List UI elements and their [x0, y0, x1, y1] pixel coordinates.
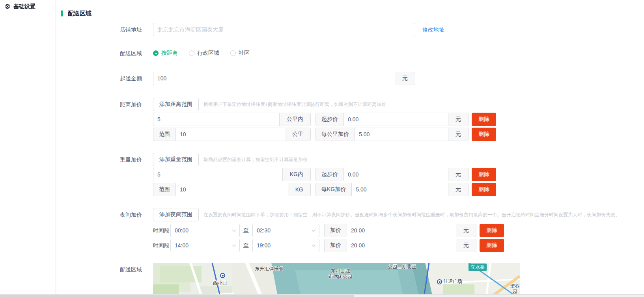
weight-surcharge-label: 重量加价: [56, 153, 153, 166]
weight-hint: 取商品设置的重量计算，如留空则不计算重量加价: [203, 153, 308, 166]
weight-row2-delete-button[interactable]: 删除: [472, 183, 496, 196]
weight-row1-range-input[interactable]: [153, 168, 283, 181]
weight-row2-range-input[interactable]: [175, 183, 288, 196]
min-amount-unit: 元: [395, 72, 415, 85]
night-row2-to-label: 至: [243, 239, 249, 252]
radio-icon: [189, 50, 194, 56]
radio-icon: [153, 50, 159, 56]
area-type-label: 配送区域: [56, 46, 153, 60]
radio-label: 按距离: [161, 50, 178, 57]
distance-row2-range-input[interactable]: [175, 128, 285, 141]
section-header: 配送区域: [61, 9, 644, 17]
night-row-1: 时间段 00:00 至 02:30 加价 元 删除: [153, 224, 620, 237]
night-row2-price-input[interactable]: [347, 239, 456, 252]
distance-row1-unit: 公里内: [279, 113, 311, 126]
night-row1-to-label: 至: [243, 224, 249, 237]
weight-row1-price-input[interactable]: [343, 168, 448, 181]
distance-row1-delete-button[interactable]: 删除: [472, 113, 496, 126]
night-row1-delete-button[interactable]: 删除: [480, 224, 504, 237]
night-row2-delete-button[interactable]: 删除: [480, 239, 504, 252]
night-surcharge-section: 夜间加价 添加夜间范围 在设置的夜间时间范围内下单，加收费用！如留空，则不计算夜…: [56, 208, 644, 254]
store-address-label: 店铺地址: [56, 23, 153, 36]
map-label-wangchun: 望春园: [510, 283, 520, 294]
night-row1-start-value: 00:00: [175, 227, 189, 234]
sidebar-item-basic-settings[interactable]: ⚙ 基础设置: [0, 0, 55, 13]
gear-icon: ⚙: [5, 4, 10, 10]
distance-row1-price-unit: 元: [448, 113, 469, 126]
night-row2-price-unit: 元: [456, 239, 476, 252]
distance-row1-range-input[interactable]: [153, 113, 280, 126]
chevron-down-icon: [312, 243, 316, 247]
map-label-jiayun: 佳运广场: [443, 278, 462, 284]
night-row2-price-label: 加价: [324, 239, 347, 252]
min-amount-label: 起送金额: [56, 72, 153, 85]
map-label-park: 东小口城 市休闲公园: [327, 268, 354, 279]
distance-row2-range-label: 范围: [153, 128, 176, 141]
metro-station-icon: [437, 279, 442, 284]
night-row1-end-select[interactable]: 02:30: [252, 224, 319, 237]
radio-icon: [230, 50, 236, 56]
weight-row2-price-label: 每KG加价: [315, 183, 352, 196]
distance-row2-delete-button[interactable]: 删除: [472, 128, 496, 141]
metro-station-icon: [220, 273, 225, 278]
modify-address-link[interactable]: 修改地址: [422, 23, 444, 36]
distance-row2-price-input[interactable]: [355, 128, 448, 141]
night-row1-price-unit: 元: [456, 224, 476, 237]
weight-row2-price-input[interactable]: [351, 183, 448, 196]
weight-row1-delete-button[interactable]: 删除: [472, 168, 496, 181]
store-address-input[interactable]: [153, 23, 415, 36]
store-address-row: 店铺地址 修改地址: [56, 23, 644, 36]
sidebar: ⚙ 基础设置: [0, 0, 55, 297]
distance-hint: 根据用户下单定位地址经纬度+商家地址经纬度计算骑行距离，如留空则不计算距离加价: [203, 98, 386, 111]
add-weight-range-button[interactable]: 添加重量范围: [153, 153, 199, 166]
night-row1-end-value: 02:30: [257, 227, 271, 234]
distance-row2-unit: 公里: [285, 128, 311, 141]
min-amount-input[interactable]: [153, 72, 395, 85]
weight-row1-price-unit: 元: [448, 168, 469, 181]
radio-by-distance[interactable]: 按距离: [153, 46, 178, 60]
min-amount-row: 起送金额 元: [56, 72, 644, 85]
night-row2-period-label: 时间段: [153, 239, 170, 252]
app: ⚙ 基础设置 配送区域 店铺地址 修改地址 配送区域 按距离 行政区域: [0, 0, 644, 297]
horizontal-scrollbar[interactable]: [0, 294, 644, 297]
map-label-club: 东升汇俱乐部: [255, 266, 283, 271]
radio-label: 社区: [239, 50, 250, 57]
night-hint: 在设置的夜间时间范围内下单，加收费用！如留空，则不计算夜间加价。当配送时间与多个…: [203, 208, 620, 221]
weight-row-2: 范围 KG 每KG加价 元 删除: [153, 183, 496, 196]
delivery-area-map[interactable]: 东升汇俱乐部 西小口 东小口城 市休闲公园 公园二期北区 佳运广场 立水桥 望春…: [153, 263, 520, 297]
delivery-map-row: 配送区域: [56, 263, 644, 297]
min-amount-group: 元: [153, 72, 415, 85]
chevron-down-icon: [232, 228, 236, 232]
weight-surcharge-section: 重量加价 添加重量范围 取商品设置的重量计算，如留空则不计算重量加价 KG内 起…: [56, 153, 644, 198]
weight-row2-range-label: 范围: [153, 183, 176, 196]
distance-row1-price-input[interactable]: [343, 113, 448, 126]
chevron-down-icon: [312, 228, 316, 232]
night-row1-price-label: 加价: [324, 224, 347, 237]
weight-row1-unit: KG内: [282, 168, 311, 181]
weight-row2-price-unit: 元: [448, 183, 469, 196]
section-title: 配送区域: [68, 10, 91, 17]
night-row2-end-select[interactable]: 19:00: [252, 239, 319, 252]
distance-row-2: 范围 公里 每公里加价 元 删除: [153, 128, 496, 141]
scrollbar-thumb[interactable]: [0, 295, 354, 297]
distance-surcharge-section: 距离加价 添加距离范围 根据用户下单定位地址经纬度+商家地址经纬度计算骑行距离，…: [56, 98, 644, 143]
weight-row2-unit: KG: [288, 183, 311, 196]
night-row1-price-input[interactable]: [347, 224, 456, 237]
night-row2-start-value: 14:00: [175, 242, 189, 249]
add-night-range-button[interactable]: 添加夜间范围: [153, 208, 199, 221]
map-label-xixiaokou: 西小口: [213, 280, 227, 286]
area-type-row: 配送区域 按距离 行政区域 社区: [56, 46, 644, 60]
add-distance-range-button[interactable]: 添加距离范围: [153, 98, 199, 111]
distance-surcharge-label: 距离加价: [56, 98, 153, 111]
chevron-down-icon: [232, 243, 236, 247]
map-label-park-north: 公园二期北区: [388, 264, 416, 269]
night-row1-start-select[interactable]: 00:00: [170, 224, 240, 237]
distance-row2-price-label: 每公里加价: [315, 128, 355, 141]
night-row-2: 时间段 14:00 至 19:00 加价 元 删除: [153, 239, 620, 252]
map-label-lishuiqiao: 立水桥: [469, 264, 487, 271]
radio-admin-region[interactable]: 行政区域: [189, 46, 219, 60]
section-accent-bar: [61, 10, 63, 17]
radio-community[interactable]: 社区: [230, 46, 250, 60]
night-surcharge-label: 夜间加价: [56, 208, 153, 221]
night-row2-start-select[interactable]: 14:00: [170, 239, 240, 252]
